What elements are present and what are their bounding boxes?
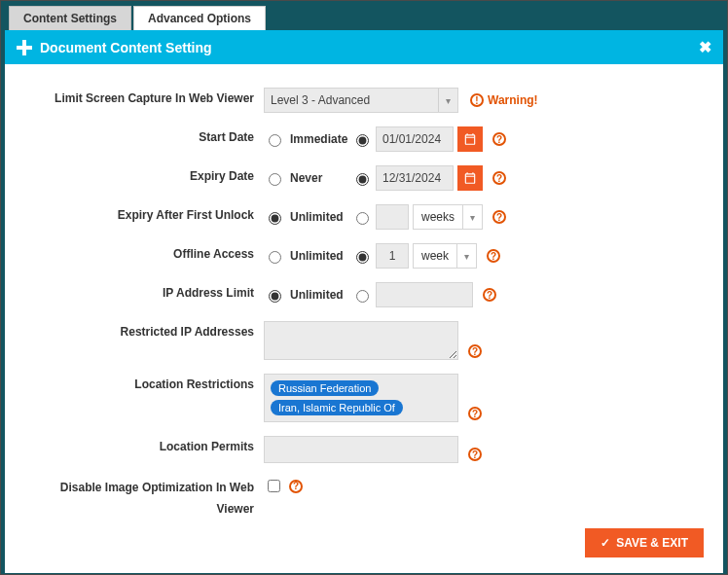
expiry-unlock-custom-radio[interactable] [356,212,369,225]
offline-unit-select[interactable]: week ▾ [413,243,477,269]
help-icon[interactable]: ? [487,249,500,263]
help-icon[interactable]: ? [468,407,482,420]
expiry-unlock-unlimited-text: Unlimited [290,210,344,224]
modal-body: Limit Screen Capture In Web Viewer Level… [5,64,723,573]
location-permits-label: Location Permits [24,436,264,457]
screen-capture-select[interactable]: Level 3 - Advanced ▾ [264,88,458,113]
start-date-input[interactable]: 01/01/2024 [376,126,454,152]
start-date-immediate-radio[interactable] [269,134,281,147]
expiry-never-text: Never [290,171,322,185]
disable-image-opt-label: Disable Image Optimization In Web Viewer [24,477,264,520]
expiry-unlock-unit-select[interactable]: weeks ▾ [413,204,483,230]
offline-label: Offline Access [24,243,264,265]
offline-custom-radio[interactable] [356,251,369,264]
help-icon[interactable]: ? [289,480,303,493]
calendar-icon [463,132,477,146]
plus-icon [17,40,32,55]
restricted-ip-textarea[interactable] [264,321,458,360]
expiry-never-radio[interactable] [269,173,281,186]
help-icon[interactable]: ? [492,171,506,185]
tab-bar: Content Settings Advanced Options [5,5,723,30]
expiry-unlock-number-input[interactable] [376,204,409,230]
tab-content-settings[interactable]: Content Settings [9,6,131,30]
close-icon[interactable]: ✖ [699,38,711,56]
chevron-down-icon: ▾ [456,244,476,268]
expiry-date-label: Expiry Date [24,165,264,187]
help-icon[interactable]: ? [468,344,482,358]
modal-title: Document Content Setting [40,40,212,55]
help-icon[interactable]: ? [492,132,506,146]
help-icon[interactable]: ? [483,288,496,302]
expiry-custom-radio[interactable] [356,173,369,186]
offline-unlimited-option[interactable]: Unlimited [264,248,347,264]
start-date-label: Start Date [24,126,264,148]
expiry-date-input[interactable]: 12/31/2024 [376,165,454,191]
expiry-unlock-unlimited-option[interactable]: Unlimited [264,209,347,225]
help-icon[interactable]: ? [492,210,506,224]
location-tag[interactable]: Russian Federation [271,380,379,396]
save-exit-label: SAVE & EXIT [616,536,688,550]
expiry-unlock-label: Expiry After First Unlock [24,204,264,226]
start-date-immediate-text: Immediate [290,132,347,146]
save-exit-button[interactable]: ✓ SAVE & EXIT [585,528,704,557]
expiry-never-option[interactable]: Never [264,170,347,186]
screen-capture-label: Limit Screen Capture In Web Viewer [24,88,264,109]
ip-limit-label: IP Address Limit [24,282,264,304]
start-date-picker-button[interactable] [457,126,483,152]
expiry-unlock-unit-value: weeks [414,205,462,229]
offline-number-input[interactable]: 1 [376,243,409,269]
chevron-down-icon: ▾ [462,205,482,229]
start-date-immediate-option[interactable]: Immediate [264,131,347,147]
ip-limit-unlimited-radio[interactable] [269,290,281,303]
offline-unlimited-text: Unlimited [290,249,344,263]
location-tag[interactable]: Iran, Islamic Republic Of [271,400,403,415]
offline-unlimited-radio[interactable] [269,251,281,264]
warning-badge: ! Warning! [470,93,538,107]
modal-header: Document Content Setting ✖ [5,30,723,64]
offline-unit-value: week [414,244,456,268]
warning-text: Warning! [488,93,538,107]
location-restrictions-field[interactable]: Russian Federation Iran, Islamic Republi… [264,374,458,422]
disable-image-opt-checkbox[interactable] [268,480,280,492]
start-date-custom-radio[interactable] [356,134,369,147]
screen-capture-value: Level 3 - Advanced [271,93,370,107]
location-restrictions-label: Location Restrictions [24,374,264,395]
ip-limit-unlimited-text: Unlimited [290,288,344,302]
modal-footer: ✓ SAVE & EXIT [585,528,704,557]
restricted-ip-label: Restricted IP Addresses [24,321,264,342]
ip-limit-input[interactable] [376,282,473,307]
chevron-down-icon: ▾ [438,89,457,112]
help-icon[interactable]: ? [468,448,482,461]
calendar-icon [463,171,477,185]
check-icon: ✓ [601,536,610,550]
expiry-unlock-unlimited-radio[interactable] [269,212,281,225]
location-permits-field[interactable] [264,436,458,463]
ip-limit-custom-radio[interactable] [356,290,369,303]
ip-limit-unlimited-option[interactable]: Unlimited [264,287,347,303]
tab-advanced-options[interactable]: Advanced Options [133,6,266,30]
settings-modal: Content Settings Advanced Options Docume… [0,0,728,575]
expiry-date-picker-button[interactable] [457,165,483,191]
warning-icon: ! [470,93,484,107]
